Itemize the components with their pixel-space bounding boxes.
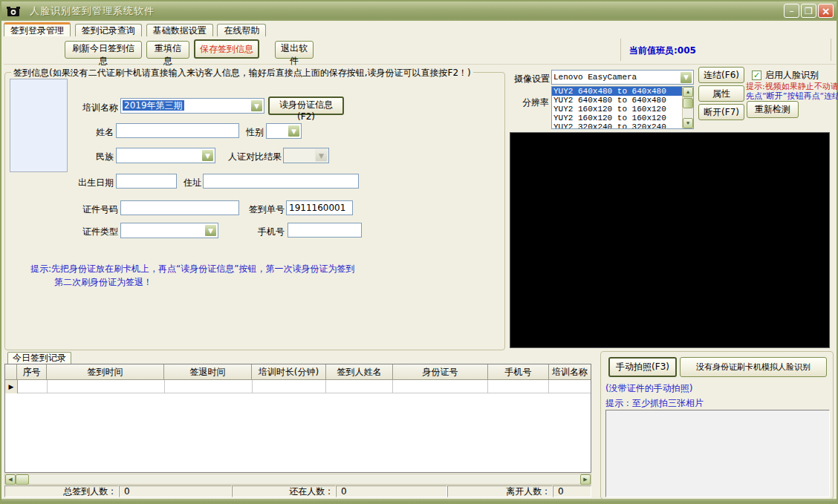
records-table-header: 序号 签到时间 签退时间 培训时长(分钟) 签到人姓名 身份证号 手机号 培训名… (5, 364, 591, 380)
minimize-button[interactable]: – (784, 4, 799, 18)
resolution-listbox[interactable]: YUY2 640x480 to 640x480 YUY2 640x480 to … (551, 86, 694, 129)
refresh-today-button[interactable]: 刷新今日签到信息 (65, 41, 142, 59)
face-recognition-toggle[interactable]: ✓ 启用人脸识别 (752, 69, 819, 82)
compare-result-label: 人证对比结果 (218, 151, 282, 163)
phone-input[interactable] (288, 223, 362, 238)
cell-seq (18, 380, 48, 393)
records-table: 序号 签到时间 签退时间 培训时长(分钟) 签到人姓名 身份证号 手机号 培训名… (4, 364, 591, 473)
name-label: 姓名 (91, 126, 114, 139)
save-signin-button[interactable]: 保存签到信息 (194, 39, 259, 59)
still-present-label: 还在人数 : (232, 485, 336, 497)
training-name-label: 培训名称 (77, 102, 118, 114)
total-signin-label: 总签到人数 : (4, 485, 119, 497)
chevron-down-icon: ▼ (315, 149, 328, 162)
left-count-value: 0 (553, 485, 591, 497)
exit-button[interactable]: 退出软件 (275, 41, 314, 59)
resolution-item[interactable]: YUY2 160x120 to 160x120 (552, 114, 693, 122)
col-duration[interactable]: 培训时长(分钟) (252, 364, 326, 380)
simulate-face-button[interactable]: 没有身份证刷卡机模拟人脸识别 (680, 357, 827, 377)
camera-settings-label: 摄像设置 (513, 73, 550, 85)
id-photo-placeholder (10, 79, 68, 172)
resolution-item[interactable]: YUY2 640x480 to 640x480 (552, 87, 693, 96)
toolbar-separator (620, 39, 621, 61)
chevron-down-icon[interactable]: ▼ (204, 224, 217, 237)
sign-no-input[interactable] (286, 200, 353, 215)
close-button[interactable]: × (818, 4, 834, 18)
gender-combo[interactable]: ▼ (266, 123, 302, 139)
manual-photo-button[interactable]: 手动拍照(F3) (608, 357, 677, 377)
tab-signin-manage[interactable]: 签到登录管理 (4, 22, 71, 36)
app-window: 人脸识别签到管理系统软件 – ❐ × 签到登录管理 签到记录查询 基础数据设置 … (0, 0, 838, 504)
records-hscrollbar[interactable]: ◀ ▶ (4, 474, 591, 485)
camera-device-combo[interactable]: Lenovo EasyCamera ▼ (551, 70, 694, 85)
signin-group-title: 签到信息(如果没有二代证刷卡机请直接输入来访客人信息，输好后直接点上面的保存按钮… (11, 67, 473, 79)
tab-base-data[interactable]: 基础数据设置 (146, 24, 213, 36)
resolution-scrollbar[interactable]: ▲ ▼ (682, 87, 693, 128)
training-name-combo[interactable]: 2019年第三期 ▼ (120, 98, 264, 114)
signin-form-group: 签到信息(如果没有二代证刷卡机请直接输入来访客人信息，输好后直接点上面的保存按钮… (4, 72, 505, 350)
name-input[interactable] (116, 123, 239, 138)
properties-button[interactable]: 属性 (698, 85, 744, 102)
id-number-input[interactable] (120, 200, 239, 215)
row-marker-icon: ▶ (5, 380, 18, 393)
read-id-card-button[interactable]: 读身份证信息(F2) (268, 96, 344, 115)
cell-person-name (326, 380, 393, 393)
resolution-item[interactable]: YUY2 320x240 to 320x240 (552, 122, 693, 129)
scroll-left-icon[interactable]: ◀ (5, 474, 16, 485)
left-count-label: 离开人数 : (447, 485, 553, 497)
toolbar-separator-right (831, 39, 831, 61)
chevron-down-icon[interactable]: ▼ (288, 125, 300, 137)
manual-photo-note: (没带证件的手动拍照) (605, 382, 692, 395)
gender-label: 性别 (243, 126, 264, 139)
cell-signin-time (48, 380, 165, 393)
capture-photo-area (605, 410, 830, 497)
window-bottom-edge (1, 499, 837, 503)
resolution-item[interactable]: YUY2 160x120 to 160x120 (552, 105, 693, 114)
chevron-down-icon[interactable]: ▼ (680, 71, 692, 84)
total-signin-value: 0 (119, 485, 232, 497)
col-seq[interactable]: 序号 (17, 364, 47, 380)
sign-no-label: 签到单号 (244, 203, 285, 216)
camera-video-preview (510, 132, 830, 348)
chevron-down-icon[interactable]: ▼ (201, 149, 214, 162)
scroll-down-icon[interactable]: ▼ (683, 118, 693, 128)
hscrollbar-thumb[interactable] (16, 474, 29, 485)
disconnect-button[interactable]: 断开(F7) (698, 104, 744, 120)
connect-button[interactable]: 连结(F6) (698, 67, 744, 83)
today-records-tab[interactable]: 今日签到记录 (7, 352, 71, 364)
compare-result-combo: ▼ (283, 148, 329, 163)
ethnic-label: 民族 (91, 151, 114, 163)
maximize-button[interactable]: ❐ (801, 4, 816, 18)
still-present-value: 0 (336, 485, 447, 497)
chevron-down-icon[interactable]: ▼ (250, 99, 263, 112)
col-signin-time[interactable]: 签到时间 (47, 364, 164, 380)
col-training-name[interactable]: 培训名称 (549, 364, 591, 380)
col-id-number[interactable]: 身份证号 (393, 364, 488, 380)
tab-online-help[interactable]: 在线帮助 (217, 24, 266, 36)
checkbox-checked-icon[interactable]: ✓ (752, 71, 761, 80)
camera-device-value: Lenovo EasyCamera (552, 73, 679, 82)
resolution-item[interactable]: YUY2 640x480 to 640x480 (552, 96, 693, 105)
table-row[interactable]: ▶ (5, 380, 591, 393)
col-signout-time[interactable]: 签退时间 (164, 364, 252, 380)
app-camera-icon (6, 5, 21, 18)
refill-info-button[interactable]: 重填信息 (146, 41, 189, 59)
scrollbar-thumb[interactable] (683, 98, 693, 108)
address-label: 住址 (181, 177, 201, 189)
resolution-label: 分辨率 (518, 96, 549, 109)
col-person-name[interactable]: 签到人姓名 (326, 364, 393, 380)
address-input[interactable] (203, 174, 359, 189)
tab-record-query[interactable]: 签到记录查询 (75, 24, 142, 36)
redetect-button[interactable]: 重新检测 (747, 101, 799, 118)
col-phone[interactable]: 手机号 (488, 364, 549, 380)
form-hint-line1: 提示:先把身份证放在刷卡机上，再点“读身份证信息”按钮，第一次读身份证为签到 (30, 263, 354, 275)
cell-duration (253, 380, 327, 393)
birth-date-input[interactable] (116, 174, 177, 189)
id-type-combo[interactable]: ▼ (120, 223, 218, 238)
current-operator-label: 当前值班员:005 (629, 45, 696, 57)
scroll-right-icon[interactable]: ▶ (580, 474, 591, 485)
scroll-up-icon[interactable]: ▲ (683, 87, 693, 97)
ethnic-combo[interactable]: ▼ (116, 148, 215, 163)
cell-phone (488, 380, 549, 393)
phone-label: 手机号 (253, 226, 285, 238)
